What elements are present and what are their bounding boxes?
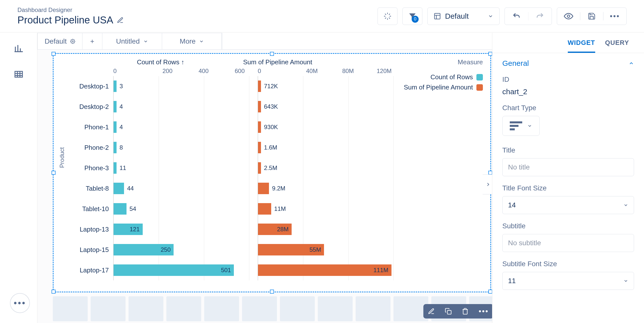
widget-more-icon[interactable]: •••	[479, 307, 489, 315]
resize-handle[interactable]	[270, 52, 274, 56]
bar[interactable]	[258, 203, 271, 215]
resize-handle[interactable]	[52, 290, 56, 293]
category-label: Phone-1	[61, 117, 113, 137]
page-title: Product Pipeline USA	[18, 15, 113, 26]
bar-label: 2.5M	[264, 164, 277, 171]
svg-rect-0	[434, 13, 440, 19]
resize-handle[interactable]	[270, 290, 274, 293]
bar[interactable]	[258, 142, 261, 153]
bar-label: 11M	[274, 205, 286, 212]
breadcrumb[interactable]: Dashboard Designer	[18, 7, 378, 14]
more-widgets-button[interactable]: •••	[10, 293, 30, 313]
layout-selector[interactable]: Default	[427, 8, 500, 25]
empty-slot[interactable]	[91, 296, 126, 321]
tab-add[interactable]: +	[82, 33, 102, 49]
bar[interactable]: 501	[114, 264, 234, 276]
category-label: Desktop-2	[61, 97, 113, 117]
chart-widget-icon[interactable]	[13, 43, 24, 54]
bar[interactable]	[114, 142, 116, 153]
bar[interactable]: 250	[114, 244, 174, 255]
chart-header-left: Count of Rows ↑	[61, 58, 206, 66]
bar[interactable]	[114, 162, 116, 174]
category-label: Tablet-10	[61, 199, 113, 219]
save-button[interactable]	[580, 12, 603, 20]
bar-label: 3	[120, 83, 123, 90]
bar[interactable]	[258, 121, 261, 133]
tab-widget[interactable]: WIDGET	[568, 39, 595, 53]
table-widget-icon[interactable]	[13, 69, 24, 80]
section-general[interactable]: General	[492, 53, 644, 74]
empty-slot[interactable]	[280, 296, 315, 321]
axis-tick: 80M	[330, 68, 366, 75]
empty-slot[interactable]	[242, 296, 277, 321]
bar-label: 4	[120, 124, 123, 131]
chart-widget[interactable]: Count of Rows ↑ Sum of Pipeline Amount M…	[53, 53, 491, 292]
widget-delete-icon[interactable]	[462, 308, 469, 315]
tab-default-label: Default	[44, 37, 67, 45]
widget-edit-icon[interactable]	[428, 308, 435, 315]
empty-slot[interactable]	[128, 296, 163, 321]
empty-slot[interactable]	[53, 296, 88, 321]
bar[interactable]	[258, 81, 261, 92]
filter-button[interactable]: 0	[402, 8, 422, 25]
axis-tick: 200	[150, 68, 186, 75]
properties-panel: WIDGET QUERY General ID chart_2 Chart Ty…	[492, 33, 644, 323]
bar[interactable]: 121	[114, 224, 143, 235]
undo-button[interactable]	[505, 12, 528, 21]
id-value: chart_2	[502, 88, 634, 96]
bar[interactable]	[114, 183, 124, 194]
bar-label: 11	[120, 164, 126, 171]
edit-title-icon[interactable]	[117, 17, 124, 24]
empty-slot[interactable]	[204, 296, 239, 321]
tab-more[interactable]: More	[162, 33, 222, 49]
bar-label: 111M	[374, 267, 388, 274]
bar[interactable]	[258, 183, 269, 194]
section-general-label: General	[502, 59, 529, 68]
gear-icon[interactable]	[70, 39, 75, 44]
bar-label: 44	[127, 185, 134, 192]
preview-button[interactable]	[557, 12, 580, 21]
bar[interactable]	[114, 203, 126, 215]
bar[interactable]	[114, 101, 116, 112]
bar-label: 1.6M	[264, 144, 277, 151]
bar[interactable]: 55M	[258, 244, 324, 255]
redo-button[interactable]	[528, 12, 552, 21]
tab-untitled[interactable]: Untitled	[102, 33, 162, 49]
layout-selector-label: Default	[445, 12, 469, 21]
bar[interactable]: 111M	[258, 264, 392, 276]
empty-slot[interactable]	[318, 296, 353, 321]
bar[interactable]	[258, 101, 261, 112]
bar[interactable]	[258, 162, 261, 174]
subtitle-input[interactable]	[502, 234, 634, 252]
bar-label: 9.2M	[272, 185, 285, 192]
resize-handle[interactable]	[488, 52, 492, 56]
bar[interactable]	[114, 121, 116, 133]
resize-handle[interactable]	[52, 52, 56, 56]
axis-tick: 40M	[294, 68, 330, 75]
bar[interactable]	[114, 81, 116, 92]
dashboard-canvas[interactable]: Count of Rows ↑ Sum of Pipeline Amount M…	[37, 49, 492, 323]
tab-default[interactable]: Default	[38, 33, 82, 49]
resize-handle[interactable]	[488, 171, 492, 175]
resize-handle[interactable]	[488, 290, 492, 293]
chart-type-selector[interactable]	[502, 116, 540, 136]
title-font-select[interactable]: 14	[502, 196, 634, 214]
axis-tick: 400	[186, 68, 222, 75]
subtitle-font-select[interactable]: 11	[502, 272, 634, 290]
subtitle-font-label: Subtitle Font Size	[502, 260, 634, 268]
bar[interactable]: 28M	[258, 224, 292, 235]
chevron-down-icon	[199, 39, 204, 44]
resize-handle[interactable]	[52, 171, 56, 175]
widget-copy-icon[interactable]	[445, 308, 452, 315]
svg-rect-3	[15, 71, 22, 77]
title-input[interactable]	[502, 158, 634, 176]
tab-query[interactable]: QUERY	[605, 39, 629, 53]
more-actions-button[interactable]: •••	[603, 12, 626, 21]
bar-label: 712K	[264, 83, 278, 90]
measure-label: Measure	[458, 58, 485, 66]
empty-slot[interactable]	[166, 296, 201, 321]
empty-slot[interactable]	[394, 296, 428, 321]
sparkle-button[interactable]	[378, 8, 398, 25]
widget-action-bar: •••	[423, 304, 493, 318]
empty-slot[interactable]	[356, 296, 390, 321]
